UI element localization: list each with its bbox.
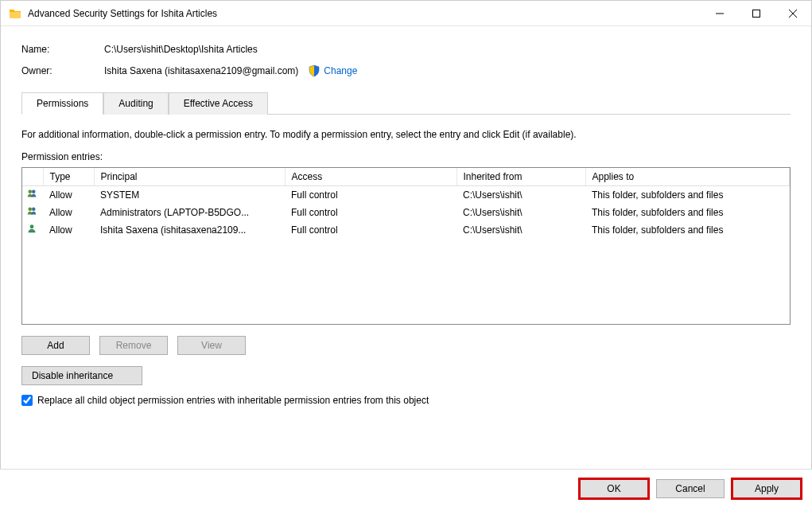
cell-access: Full control (285, 186, 457, 204)
col-principal[interactable]: Principal (94, 168, 285, 186)
svg-point-2 (32, 190, 36, 194)
tab-permissions[interactable]: Permissions (21, 92, 103, 115)
cell-principal: SYSTEM (94, 186, 285, 204)
disable-inheritance-button[interactable]: Disable inheritance (21, 366, 142, 385)
ok-button[interactable]: OK (580, 479, 648, 498)
col-type[interactable]: Type (43, 168, 94, 186)
svg-point-5 (30, 224, 34, 228)
table-header-row: Type Principal Access Inherited from App… (22, 168, 790, 186)
cell-inherited: C:\Users\ishit\ (457, 186, 585, 204)
replace-child-entries-label[interactable]: Replace all child object permission entr… (37, 395, 429, 406)
cell-type: Allow (43, 186, 94, 204)
cell-type: Allow (43, 221, 94, 239)
tab-effective-access[interactable]: Effective Access (169, 92, 268, 115)
cell-inherited: C:\Users\ishit\ (457, 204, 585, 221)
apply-button[interactable]: Apply (732, 479, 801, 498)
col-access[interactable]: Access (285, 168, 457, 186)
col-applies[interactable]: Applies to (585, 168, 790, 186)
group-icon (27, 189, 37, 201)
entries-label: Permission entries: (21, 151, 791, 162)
cell-access: Full control (285, 204, 457, 221)
svg-point-4 (32, 208, 36, 212)
svg-rect-0 (753, 10, 760, 17)
cell-type: Allow (43, 204, 94, 221)
cell-access: Full control (285, 221, 457, 239)
change-owner-link[interactable]: Change (324, 65, 357, 76)
folder-icon (9, 7, 21, 20)
title-bar: Advanced Security Settings for Ishita Ar… (1, 1, 811, 26)
add-button[interactable]: Add (21, 336, 90, 355)
col-inherited[interactable]: Inherited from (457, 168, 585, 186)
cell-applies: This folder, subfolders and files (585, 221, 790, 239)
minimize-button[interactable] (701, 1, 738, 26)
dialog-footer: OK Cancel Apply (0, 469, 812, 507)
owner-value: Ishita Saxena (ishitasaxena2109@gmail.co… (104, 65, 298, 76)
cell-inherited: C:\Users\ishit\ (457, 221, 585, 239)
window-title: Advanced Security Settings for Ishita Ar… (28, 8, 701, 19)
replace-child-entries-checkbox[interactable] (21, 395, 33, 406)
view-button[interactable]: View (177, 336, 246, 355)
svg-point-1 (29, 190, 33, 194)
table-row[interactable]: AllowAdministrators (LAPTOP-B5DGO...Full… (22, 204, 790, 221)
name-value: C:\Users\ishit\Desktop\Ishita Articles (104, 44, 258, 55)
cancel-button[interactable]: Cancel (656, 479, 725, 498)
cell-principal: Administrators (LAPTOP-B5DGO... (94, 204, 285, 221)
shield-icon (308, 64, 321, 77)
owner-label: Owner: (21, 65, 104, 76)
tab-strip: Permissions Auditing Effective Access (21, 92, 791, 115)
cell-applies: This folder, subfolders and files (585, 204, 790, 221)
cell-principal: Ishita Saxena (ishitasaxena2109... (94, 221, 285, 239)
svg-point-3 (29, 208, 33, 212)
cell-applies: This folder, subfolders and files (585, 186, 790, 204)
tab-auditing[interactable]: Auditing (103, 92, 168, 115)
user-icon (27, 224, 37, 236)
name-label: Name: (21, 44, 104, 55)
close-button[interactable] (775, 1, 811, 26)
table-row[interactable]: AllowIshita Saxena (ishitasaxena2109...F… (22, 221, 790, 239)
permissions-table[interactable]: Type Principal Access Inherited from App… (21, 167, 791, 325)
group-icon (27, 207, 37, 218)
info-text: For additional information, double-click… (21, 129, 791, 140)
maximize-button[interactable] (738, 1, 775, 26)
table-row[interactable]: AllowSYSTEMFull controlC:\Users\ishit\Th… (22, 186, 790, 204)
remove-button[interactable]: Remove (99, 336, 168, 355)
